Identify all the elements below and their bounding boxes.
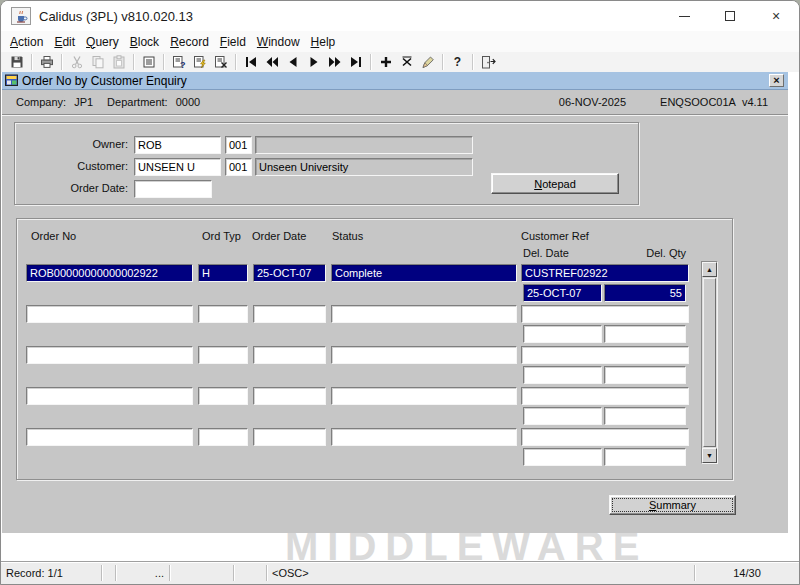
- del-qty-cell[interactable]: [604, 325, 686, 343]
- order-no-cell[interactable]: ROB00000000000002922: [26, 264, 193, 282]
- table-row-empty[interactable]: [17, 305, 732, 346]
- program-id: ENQSOOC01A: [660, 96, 736, 108]
- del-qty-cell[interactable]: 55: [604, 284, 686, 302]
- del-qty-cell[interactable]: [604, 407, 686, 425]
- close-button[interactable]: ×: [753, 1, 799, 31]
- customer-ref-cell[interactable]: [521, 305, 689, 323]
- table-row[interactable]: ROB00000000000002922 H 25-OCT-07 Complet…: [17, 264, 732, 305]
- paste-icon: [108, 53, 129, 71]
- owner-seq-input[interactable]: 001: [225, 136, 252, 154]
- status-cell[interactable]: [331, 305, 517, 323]
- help-icon[interactable]: ?: [447, 53, 468, 71]
- last-record-icon[interactable]: [345, 53, 366, 71]
- order-no-cell[interactable]: [26, 305, 193, 323]
- cut-icon: [66, 53, 87, 71]
- del-date-cell[interactable]: [523, 448, 602, 466]
- del-date-cell[interactable]: 25-OCT-07: [523, 284, 602, 302]
- window-titlebar: Calidus (3PL) v810.020.13 ×: [1, 1, 799, 31]
- status-cell[interactable]: [331, 346, 517, 364]
- order-no-cell[interactable]: [26, 387, 193, 405]
- scrollbar-thumb[interactable]: [703, 278, 716, 447]
- menu-action[interactable]: Action: [10, 35, 43, 49]
- ord-typ-cell[interactable]: [198, 305, 248, 323]
- previous-set-icon[interactable]: [261, 53, 282, 71]
- order-no-cell[interactable]: [26, 428, 193, 446]
- insert-record-icon[interactable]: [375, 53, 396, 71]
- company-label: Company:: [16, 96, 66, 108]
- table-scrollbar[interactable]: ▲ ▼: [701, 261, 718, 464]
- col-status: Status: [332, 230, 363, 242]
- order-date-cell[interactable]: 25-OCT-07: [253, 264, 326, 282]
- owner-input[interactable]: ROB: [134, 136, 221, 154]
- ord-typ-cell[interactable]: [198, 346, 248, 364]
- menu-block[interactable]: Block: [130, 35, 159, 49]
- menu-query[interactable]: Query: [86, 35, 119, 49]
- customer-seq-input[interactable]: 001: [225, 158, 252, 176]
- program-version: v4.11: [742, 96, 768, 108]
- previous-record-icon[interactable]: [282, 53, 303, 71]
- status-cell[interactable]: Complete: [331, 264, 517, 282]
- col-ord-typ: Ord Typ: [202, 230, 241, 242]
- minimize-button[interactable]: [661, 1, 707, 31]
- form-close-icon[interactable]: ×: [769, 74, 784, 87]
- del-date-cell[interactable]: [523, 407, 602, 425]
- table-row-empty[interactable]: [17, 387, 732, 428]
- order-date-cell[interactable]: [253, 346, 326, 364]
- delete-record-icon[interactable]: [396, 53, 417, 71]
- customer-ref-cell[interactable]: CUSTREF02922: [521, 264, 689, 282]
- table-row-empty[interactable]: [17, 428, 732, 469]
- table-row-empty[interactable]: [17, 346, 732, 387]
- maximize-button[interactable]: [707, 1, 753, 31]
- menu-record[interactable]: Record: [170, 35, 209, 49]
- order-date-label: Order Date:: [15, 182, 128, 194]
- execute-query-icon[interactable]: [189, 53, 210, 71]
- customer-desc-field: Unseen University: [255, 158, 473, 176]
- department-value: 0000: [176, 96, 200, 108]
- edit-icon[interactable]: [138, 53, 159, 71]
- menubar: Action Edit Query Block Record Field Win…: [1, 31, 799, 52]
- del-qty-cell[interactable]: [604, 448, 686, 466]
- ord-typ-cell[interactable]: [198, 428, 248, 446]
- form-title: Order No by Customer Enquiry: [22, 74, 187, 88]
- customer-ref-cell[interactable]: [521, 346, 689, 364]
- menu-field[interactable]: Field: [220, 35, 246, 49]
- department-label: Department:: [107, 96, 168, 108]
- del-date-cell[interactable]: [523, 325, 602, 343]
- scroll-up-icon[interactable]: ▲: [702, 262, 717, 277]
- ord-typ-cell[interactable]: [198, 387, 248, 405]
- enter-query-icon[interactable]: ?: [168, 53, 189, 71]
- exit-icon[interactable]: [477, 53, 498, 71]
- form-header: Company: JP1 Department: 0000 06-NOV-202…: [2, 90, 788, 114]
- customer-input[interactable]: UNSEEN U: [134, 158, 221, 176]
- order-date-input[interactable]: [134, 180, 212, 198]
- order-date-cell[interactable]: [253, 305, 326, 323]
- scroll-down-icon[interactable]: ▼: [702, 448, 717, 463]
- menu-window[interactable]: Window: [257, 35, 300, 49]
- ord-typ-cell[interactable]: H: [198, 264, 248, 282]
- order-date-cell[interactable]: [253, 428, 326, 446]
- summary-button-label: Summary: [612, 498, 733, 512]
- form-titlebar[interactable]: Order No by Customer Enquiry ×: [2, 72, 788, 90]
- del-date-cell[interactable]: [523, 366, 602, 384]
- watermark-strip: MIDDLEWARE: [2, 533, 788, 563]
- order-no-cell[interactable]: [26, 346, 193, 364]
- customer-ref-cell[interactable]: [521, 428, 689, 446]
- next-record-icon[interactable]: [303, 53, 324, 71]
- first-record-icon[interactable]: [240, 53, 261, 71]
- print-icon[interactable]: [36, 53, 57, 71]
- summary-button[interactable]: Summary: [609, 495, 736, 515]
- del-qty-cell[interactable]: [604, 366, 686, 384]
- notepad-button[interactable]: Notepad: [491, 173, 619, 194]
- save-icon[interactable]: [6, 53, 27, 71]
- col-del-qty: Del. Qty: [604, 247, 686, 259]
- status-cell[interactable]: [331, 428, 517, 446]
- order-date-cell[interactable]: [253, 387, 326, 405]
- lock-record-icon[interactable]: [417, 53, 438, 71]
- menu-edit[interactable]: Edit: [54, 35, 75, 49]
- menu-help[interactable]: Help: [311, 35, 336, 49]
- next-set-icon[interactable]: [324, 53, 345, 71]
- customer-ref-cell[interactable]: [521, 387, 689, 405]
- customer-label: Customer:: [15, 160, 128, 172]
- cancel-query-icon[interactable]: [210, 53, 231, 71]
- status-cell[interactable]: [331, 387, 517, 405]
